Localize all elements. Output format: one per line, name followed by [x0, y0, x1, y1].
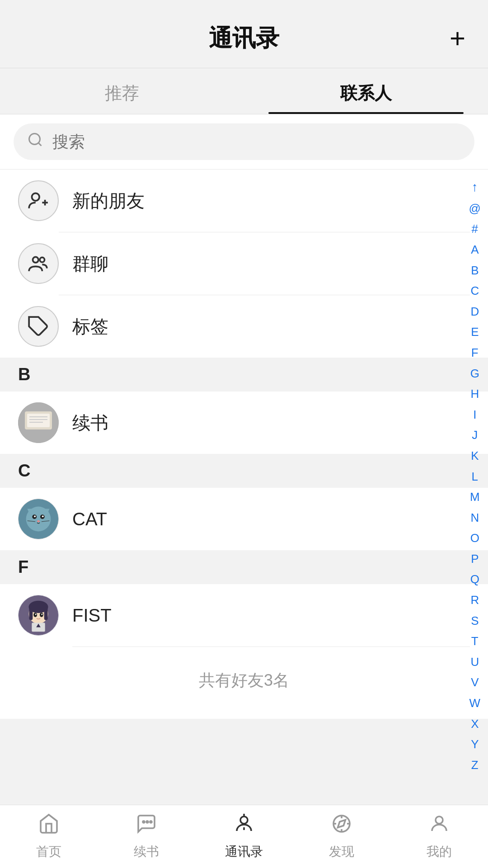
contact-name-fist: FIST	[72, 605, 112, 626]
svg-point-5	[33, 257, 39, 263]
group-chat-icon	[18, 243, 59, 284]
alpha-hash[interactable]: #	[468, 219, 482, 240]
alpha-c[interactable]: C	[467, 281, 483, 302]
special-item-new-friends[interactable]: 新的朋友	[0, 170, 488, 232]
svg-point-20	[34, 515, 36, 517]
search-box	[14, 123, 474, 160]
alpha-z[interactable]: Z	[468, 755, 482, 776]
svg-line-1	[38, 143, 42, 146]
chat-icon	[136, 813, 157, 840]
tab-recommend[interactable]: 推荐	[0, 68, 244, 114]
contacts-icon	[233, 813, 255, 840]
alpha-u[interactable]: U	[467, 652, 483, 673]
svg-rect-28	[29, 607, 33, 620]
avatar-fist	[18, 595, 59, 636]
tags-icon	[18, 306, 59, 347]
svg-rect-29	[44, 607, 48, 620]
alpha-f[interactable]: F	[468, 343, 482, 363]
alpha-index: ↑ @ # A B C D E F G H I J K L M N O P Q …	[462, 172, 488, 780]
tab-contacts[interactable]: 联系人	[244, 68, 488, 114]
avatar-xushu	[18, 402, 59, 443]
nav-home-label: 首页	[36, 843, 61, 860]
alpha-w[interactable]: W	[466, 693, 484, 714]
alpha-up[interactable]: ↑	[468, 176, 482, 198]
alpha-b[interactable]: B	[467, 260, 482, 281]
alpha-e[interactable]: E	[467, 322, 482, 343]
alpha-at[interactable]: @	[465, 198, 484, 219]
home-icon	[38, 813, 60, 840]
svg-point-2	[32, 193, 39, 201]
compass-icon	[331, 813, 352, 840]
new-friends-label: 新的朋友	[72, 189, 145, 213]
special-item-group-chat[interactable]: 群聊	[0, 232, 488, 295]
avatar-cat	[18, 499, 59, 539]
page-title: 通讯录	[209, 23, 279, 54]
header: 通讯录 +	[0, 0, 488, 68]
alpha-t[interactable]: T	[468, 631, 482, 652]
svg-marker-43	[338, 820, 346, 828]
svg-point-48	[436, 816, 443, 824]
search-input[interactable]	[52, 132, 461, 151]
section-header-c: C	[0, 454, 488, 488]
new-friends-icon	[18, 180, 59, 221]
alpha-j[interactable]: J	[468, 425, 481, 446]
add-button[interactable]: +	[450, 23, 465, 54]
alpha-i[interactable]: I	[469, 405, 480, 425]
section-header-b: B	[0, 358, 488, 392]
contact-name-xushu: 续书	[72, 410, 108, 435]
svg-point-21	[42, 515, 44, 517]
nav-discover[interactable]: 发现	[293, 813, 390, 860]
alpha-p[interactable]: P	[467, 549, 482, 570]
alpha-n[interactable]: N	[467, 508, 483, 528]
svg-rect-10	[27, 414, 50, 427]
contact-list: 新的朋友 群聊 标签 B	[0, 170, 488, 719]
nav-mine[interactable]: 我的	[390, 813, 488, 860]
contact-item-cat[interactable]: CAT	[0, 488, 488, 550]
special-item-tags[interactable]: 标签	[0, 295, 488, 358]
nav-xushu[interactable]: 续书	[98, 813, 195, 860]
alpha-l[interactable]: L	[468, 467, 482, 487]
search-icon	[27, 132, 43, 152]
contact-item-xushu[interactable]: 续书	[0, 392, 488, 454]
nav-home[interactable]: 首页	[0, 813, 98, 860]
alpha-g[interactable]: G	[467, 363, 483, 384]
svg-point-33	[41, 614, 42, 615]
svg-point-36	[143, 821, 145, 823]
person-icon	[428, 813, 450, 840]
svg-point-6	[40, 257, 44, 262]
svg-point-22	[37, 520, 40, 522]
alpha-a[interactable]: A	[467, 240, 482, 260]
nav-contacts-label: 通讯录	[225, 843, 263, 860]
group-chat-label: 群聊	[72, 251, 108, 276]
alpha-k[interactable]: K	[467, 446, 482, 467]
contact-name-cat: CAT	[72, 509, 107, 529]
tabs-container: 推荐 联系人	[0, 68, 488, 114]
svg-point-0	[29, 134, 40, 145]
contact-item-fist[interactable]: FIST	[0, 584, 488, 646]
alpha-v[interactable]: V	[467, 672, 482, 693]
alpha-d[interactable]: D	[467, 302, 483, 322]
bottom-nav: 首页 续书 通讯录	[0, 805, 488, 868]
nav-discover-label: 发现	[329, 843, 354, 860]
alpha-r[interactable]: R	[467, 590, 483, 611]
svg-point-39	[240, 816, 248, 824]
friend-count: 共有好友3名	[0, 647, 488, 719]
alpha-m[interactable]: M	[466, 487, 483, 508]
search-container	[0, 114, 488, 170]
section-header-f: F	[0, 550, 488, 584]
svg-point-37	[146, 821, 148, 823]
tags-label: 标签	[72, 314, 108, 339]
alpha-h[interactable]: H	[467, 384, 483, 405]
alpha-s[interactable]: S	[467, 611, 482, 632]
svg-point-32	[35, 614, 37, 615]
alpha-x[interactable]: X	[467, 714, 482, 735]
svg-point-38	[150, 821, 152, 823]
nav-contacts[interactable]: 通讯录	[195, 813, 293, 860]
alpha-o[interactable]: O	[467, 528, 483, 549]
alpha-y[interactable]: Y	[467, 734, 482, 755]
nav-mine-label: 我的	[427, 843, 452, 860]
alpha-q[interactable]: Q	[467, 569, 483, 590]
nav-xushu-label: 续书	[134, 843, 159, 860]
